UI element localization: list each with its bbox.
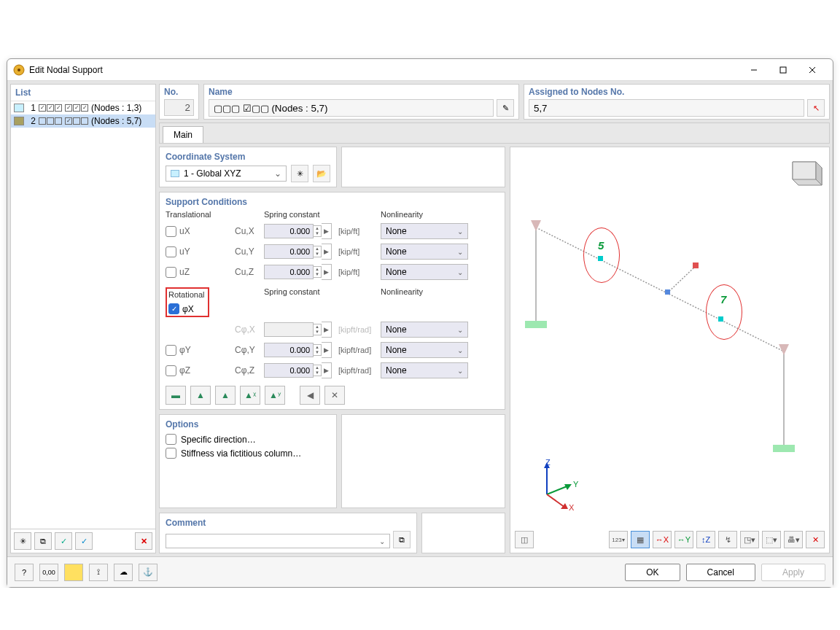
checkbox-phix[interactable] xyxy=(168,303,179,314)
preview-tool-iso[interactable]: ↯ xyxy=(718,531,737,548)
anchor-button[interactable]: ⚓ xyxy=(139,564,158,581)
spring-phiz-input[interactable] xyxy=(264,363,314,378)
svg-rect-13 xyxy=(525,321,547,328)
check-button-2[interactable]: ✓ xyxy=(75,532,93,550)
support-type-toolbar: ▬ ▲ ▲ ▲ᵡ ▲ʸ ◀ ✕ xyxy=(166,386,499,405)
checkbox-specific-dir[interactable] xyxy=(166,434,176,445)
list-item-2[interactable]: 2 ✓ (Nodes : 5,7) xyxy=(11,114,155,128)
preview-panel[interactable]: 5 7 Z Y X ◫ 123▾ xyxy=(510,147,830,553)
units-button[interactable]: 0,00 xyxy=(39,564,58,581)
close-button[interactable] xyxy=(798,60,827,80)
dialog-footer: ? 0,00 ⟟ ☁ ⚓ OK Cancel Apply xyxy=(7,556,833,587)
no-label: No. xyxy=(164,87,194,97)
cs-library-button[interactable]: 📂 xyxy=(313,165,330,182)
nl-phiy-select[interactable]: None⌄ xyxy=(381,342,468,358)
maximize-button[interactable] xyxy=(769,60,798,80)
spring-uz-input[interactable] xyxy=(264,265,314,279)
assigned-input[interactable] xyxy=(529,99,804,117)
preview-tool-fy[interactable]: ↔Y xyxy=(674,531,693,548)
checkbox-phiz[interactable] xyxy=(166,365,176,376)
list-item-1[interactable]: 1 ✓✓✓ ✓✓✓ (Nodes : 1,3) xyxy=(11,101,155,114)
new-item-button[interactable]: ✳ xyxy=(14,532,31,550)
unit-phiy: [kipft/rad] xyxy=(337,346,381,354)
cs-new-button[interactable]: ✳ xyxy=(291,165,308,182)
help-button[interactable]: ? xyxy=(15,564,34,581)
play-icon[interactable]: ▶ xyxy=(322,223,332,239)
check-button-1[interactable]: ✓ xyxy=(55,532,72,550)
spring-ux-input[interactable] xyxy=(264,224,314,238)
node5-label: 5 xyxy=(598,239,604,252)
preview-tool-render[interactable]: ▦ xyxy=(631,531,650,548)
nl-uz-select[interactable]: None⌄ xyxy=(381,264,468,280)
tab-main[interactable]: Main xyxy=(163,126,203,143)
color-swatch xyxy=(14,117,24,125)
label-phiz: φZ xyxy=(179,365,190,376)
nl-header-rot: Nonlinearity xyxy=(381,287,468,296)
checkbox-ux[interactable] xyxy=(166,226,176,237)
checkbox-uz[interactable] xyxy=(166,267,176,278)
ok-button[interactable]: OK xyxy=(625,564,680,581)
minimize-button[interactable] xyxy=(739,60,769,80)
model-button[interactable]: ⟟ xyxy=(89,564,108,581)
cancel-button[interactable]: Cancel xyxy=(686,564,755,581)
svg-point-1 xyxy=(18,69,20,71)
cloud-button[interactable]: ☁ xyxy=(114,564,133,581)
svg-rect-19 xyxy=(665,289,670,295)
chevron-down-icon: ⌄ xyxy=(379,537,385,545)
support-conditions-label: Support Conditions xyxy=(166,197,499,207)
rot-header: Rotational xyxy=(168,290,205,299)
checkbox-uy[interactable] xyxy=(166,246,176,257)
support-type-5[interactable]: ▲ʸ xyxy=(265,386,285,405)
checkbox-stiffness-col[interactable] xyxy=(166,448,176,459)
options-panel: Options Specific direction… Stiffness vi… xyxy=(159,414,337,508)
preview-tool-view2[interactable]: ⬚▾ xyxy=(762,531,781,548)
coord-system-panel: Coordinate System 1 - Global XYZ ⌄ ✳ 📂 xyxy=(159,147,337,187)
preview-tool-numbers[interactable]: 123▾ xyxy=(609,531,628,548)
label-phiy: φY xyxy=(179,345,191,355)
support-type-2[interactable]: ▲ xyxy=(190,386,211,405)
comment-panel: Comment ⌄ ⧉ xyxy=(159,513,417,553)
c-phiy-label: Cφ,Y xyxy=(235,345,264,355)
support-type-3[interactable]: ▲ xyxy=(215,386,236,405)
name-input[interactable] xyxy=(209,99,494,117)
support-type-4[interactable]: ▲ᵡ xyxy=(240,386,260,405)
chk-group-trans xyxy=(39,117,62,125)
nl-uy-select[interactable]: None⌄ xyxy=(381,244,468,260)
preview-tool-show-dialog[interactable]: ◫ xyxy=(515,531,534,548)
coord-system-label: Coordinate System xyxy=(166,152,330,162)
chk-group-rot: ✓✓✓ xyxy=(65,104,88,112)
nl-phix-select[interactable]: None⌄ xyxy=(381,322,468,338)
no-input xyxy=(164,99,194,116)
support-type-1[interactable]: ▬ xyxy=(166,386,186,405)
list-item-no: 2 xyxy=(27,116,36,126)
spring-ux: ▲▼▶ xyxy=(264,223,337,239)
preview-tool-fz[interactable]: ↕Z xyxy=(696,531,715,548)
color-button[interactable] xyxy=(64,564,83,581)
nl-phiz-select[interactable]: None⌄ xyxy=(381,362,468,378)
spring-phiy-input[interactable] xyxy=(264,343,314,357)
spin-down[interactable]: ▼ xyxy=(314,231,321,236)
delete-item-button[interactable]: ✕ xyxy=(135,532,152,550)
support-type-6[interactable]: ◀ xyxy=(300,386,320,405)
comment-library-button[interactable]: ⧉ xyxy=(393,531,411,548)
preview-tool-close[interactable]: ✕ xyxy=(806,531,825,548)
nl-ux-select[interactable]: None⌄ xyxy=(381,223,468,239)
spring-uy: ▲▼▶ xyxy=(264,244,337,260)
chevron-down-icon: ⌄ xyxy=(457,228,463,236)
c-phix-label: Cφ,X xyxy=(235,324,264,335)
spin-up[interactable]: ▲ xyxy=(314,226,321,231)
checkbox-phiy[interactable] xyxy=(166,345,176,356)
support-type-7[interactable]: ✕ xyxy=(324,386,345,405)
pick-nodes-button[interactable]: ↖ xyxy=(807,99,825,117)
copy-item-button[interactable]: ⧉ xyxy=(34,532,52,550)
preview-tool-print[interactable]: 🖶▾ xyxy=(784,531,803,548)
preview-tool-fx[interactable]: ↔X xyxy=(653,531,672,548)
color-swatch xyxy=(14,104,24,112)
comment-combobox[interactable]: ⌄ xyxy=(166,534,390,548)
coord-system-select[interactable]: 1 - Global XYZ ⌄ xyxy=(166,166,287,182)
dialog-window: Edit Nodal Support List 1 ✓✓✓ ✓✓✓ (Nodes… xyxy=(7,58,833,588)
spring-uy-input[interactable] xyxy=(264,244,314,259)
preview-tool-view1[interactable]: ◳▾ xyxy=(740,531,759,548)
label-ux: uX xyxy=(179,226,190,236)
edit-name-button[interactable]: ✎ xyxy=(497,99,514,117)
